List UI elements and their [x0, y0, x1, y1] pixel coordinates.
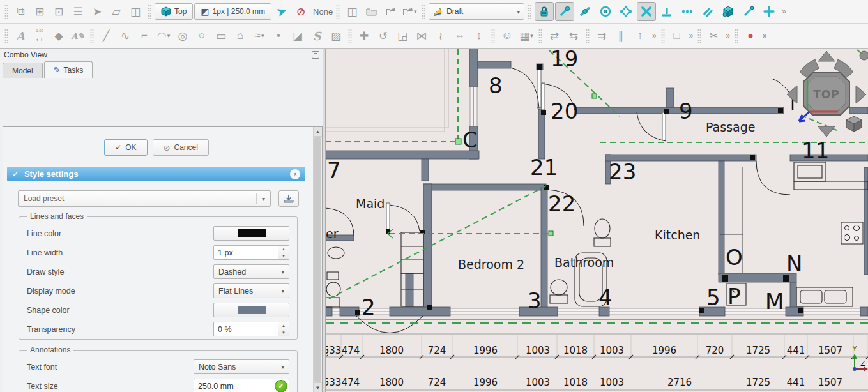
rotate-tool-icon[interactable]: ↺: [374, 27, 392, 45]
toolbar-overflow[interactable]: »: [650, 31, 658, 40]
tab-model[interactable]: Model: [3, 63, 43, 78]
hatch-tool-icon[interactable]: ▨: [327, 27, 345, 45]
ellipse-tool-icon[interactable]: ○: [193, 27, 211, 45]
trimex-tool-icon[interactable]: ⇔: [451, 27, 469, 45]
float-panel-icon[interactable]: [312, 51, 319, 59]
annotation-styles-icon[interactable]: A✎: [69, 27, 87, 45]
facebinder-tool-icon[interactable]: ◪: [289, 27, 307, 45]
export-alt-icon[interactable]: ▾: [400, 3, 418, 20]
snap-workingplane-icon[interactable]: [719, 2, 738, 21]
toolbar-grip[interactable]: [336, 4, 340, 19]
sketch-to-draft-icon[interactable]: ⇆: [565, 27, 582, 45]
cube-right-arrow[interactable]: [856, 86, 866, 103]
text-tool-icon[interactable]: A: [11, 27, 29, 45]
toolbar-grip[interactable]: [491, 29, 495, 43]
scale-tool-icon[interactable]: ◲: [393, 27, 411, 45]
display-mode-select[interactable]: Flat Lines ▾: [213, 283, 289, 298]
toolbar-grip[interactable]: [538, 29, 542, 43]
snap-extension-icon[interactable]: [678, 2, 697, 21]
select-group-icon[interactable]: ⊡: [50, 3, 68, 20]
record-macro-icon[interactable]: ●: [742, 27, 759, 45]
toolbar-overflow[interactable]: »: [687, 31, 695, 40]
upgrade-tool-icon[interactable]: ↑: [631, 27, 649, 45]
toolbar-grip[interactable]: [148, 4, 151, 19]
dimension-tool-icon[interactable]: 1.00↔: [31, 27, 49, 45]
toolbar-grip[interactable]: [90, 29, 94, 43]
shapestring-tool-icon[interactable]: S: [308, 27, 326, 45]
draw-style-select[interactable]: Dashed ▾: [213, 264, 289, 279]
snap-lock-icon[interactable]: [535, 2, 554, 21]
toolbar-overflow[interactable]: »: [761, 31, 768, 40]
snap-intersection-icon[interactable]: [637, 2, 656, 21]
split-tool-icon[interactable]: ∥: [612, 27, 630, 45]
group-tools-icon[interactable]: ☰: [69, 3, 87, 20]
toolbar-grip[interactable]: [735, 29, 738, 43]
snap-perpendicular-icon[interactable]: [657, 2, 676, 21]
toolbar-grip[interactable]: [4, 4, 8, 19]
export-icon[interactable]: [381, 3, 399, 20]
line-color-button[interactable]: [213, 226, 289, 241]
scroll-down-icon[interactable]: ▼: [314, 382, 322, 392]
spinner-arrows[interactable]: ▲▼: [278, 322, 289, 336]
autogroup-icon[interactable]: ➤: [270, 0, 293, 22]
add-to-group-icon[interactable]: ⊞: [31, 3, 49, 20]
task-scrollbar[interactable]: ▲ ▼: [313, 127, 322, 392]
toolbar-grip[interactable]: [661, 29, 665, 43]
stretch-tool-icon[interactable]: ↨: [470, 27, 488, 45]
ok-button[interactable]: ✓ OK: [104, 139, 147, 156]
line-tool-icon[interactable]: ╱: [97, 27, 115, 45]
scrollbar-thumb[interactable]: [314, 137, 321, 382]
navcube-top-label[interactable]: TOP: [813, 88, 840, 101]
text-size-input[interactable]: 250.0 mm ✓: [194, 379, 289, 392]
wp-proxy-icon[interactable]: ◫: [126, 3, 144, 20]
part-box-icon[interactable]: ◫: [343, 3, 361, 20]
snap-center-icon[interactable]: [596, 2, 615, 21]
draft-to-sketch-icon[interactable]: ⇄: [545, 27, 563, 45]
rectangle-tool-icon[interactable]: ▭: [212, 27, 230, 45]
working-plane-button[interactable]: Top: [155, 3, 193, 20]
join-tool-icon[interactable]: ⇉: [593, 27, 611, 45]
array-tool-icon[interactable]: ▦▾: [517, 27, 535, 45]
snap-midpoint-icon[interactable]: [575, 2, 595, 21]
bspline-tool-icon[interactable]: ≈▾: [250, 27, 268, 45]
toolbar-grip[interactable]: [348, 29, 352, 43]
collapse-icon[interactable]: »: [290, 169, 300, 179]
shape-color-button[interactable]: [213, 303, 289, 317]
open-folder-icon[interactable]: [362, 3, 380, 20]
navigation-cube[interactable]: TOP: [787, 50, 868, 137]
cube-down-arrow[interactable]: [818, 126, 835, 137]
scissors-icon[interactable]: ✂: [704, 27, 722, 45]
spinner-arrows[interactable]: ▲▼: [278, 246, 289, 259]
move-to-group-icon[interactable]: ➤: [88, 3, 106, 20]
mirror-tool-icon[interactable]: ⋈: [413, 27, 430, 45]
line-width-input[interactable]: 1 px ▲▼: [213, 245, 289, 260]
snap-endpoint-icon[interactable]: [555, 2, 574, 21]
toolbar-overflow[interactable]: »: [780, 7, 788, 16]
load-preset-select[interactable]: Load preset ▾: [18, 190, 271, 207]
toolbar-grip[interactable]: [528, 4, 531, 19]
toolbar-grip[interactable]: [586, 29, 590, 43]
snap-dimensions-icon[interactable]: [759, 2, 779, 21]
snap-angle-icon[interactable]: [739, 2, 758, 21]
clone-tool-icon[interactable]: ☺: [498, 27, 516, 45]
no-autogroup-icon[interactable]: ⊘: [292, 3, 310, 20]
snap-special-icon[interactable]: [616, 2, 636, 21]
polygon-tool-icon[interactable]: ⌂: [231, 27, 249, 45]
toolbar-overflow[interactable]: »: [724, 31, 731, 40]
offset-tool-icon[interactable]: ≀: [432, 27, 450, 45]
layers-icon[interactable]: ⧉: [11, 3, 29, 20]
select-plane-icon[interactable]: ▱: [107, 3, 125, 20]
style-settings-header[interactable]: ✓ Style settings »: [7, 167, 305, 181]
point-tool-icon[interactable]: •: [270, 27, 287, 45]
small-cube-icon[interactable]: [846, 116, 862, 132]
line-style-button[interactable]: ◩ 1px | 250.0 mm: [194, 3, 271, 20]
text-font-select[interactable]: Noto Sans ▾: [194, 359, 289, 374]
tab-tasks[interactable]: ✎ Tasks: [44, 61, 93, 78]
wire-tool-icon[interactable]: ∿: [116, 27, 134, 45]
save-preset-button[interactable]: [278, 190, 299, 207]
circle-tool-icon[interactable]: ◎: [174, 27, 192, 45]
cube-up-arrow[interactable]: [818, 51, 835, 61]
snap-parallel-icon[interactable]: [698, 2, 717, 21]
transparency-input[interactable]: 0 % ▲▼: [213, 322, 289, 336]
fillet-tool-icon[interactable]: ⌐: [135, 27, 153, 45]
